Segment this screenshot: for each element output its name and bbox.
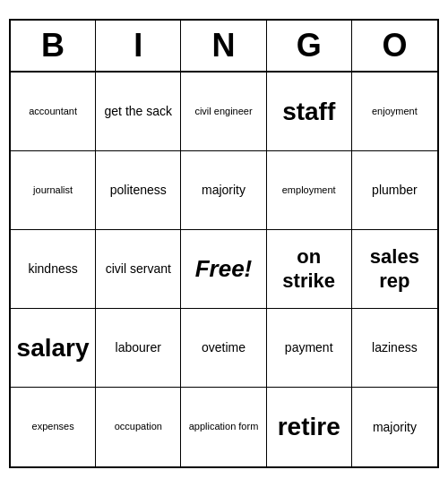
cell-text-18: payment <box>285 340 333 355</box>
bingo-header: BINGO <box>11 21 437 73</box>
cell-text-21: occupation <box>115 421 162 432</box>
cell-text-20: expenses <box>32 421 74 432</box>
cell-text-11: civil servant <box>106 261 171 277</box>
bingo-cell-22: application form <box>181 388 266 466</box>
cell-text-13: on strike <box>271 245 348 293</box>
cell-text-6: politeness <box>110 183 167 198</box>
bingo-letter-n: N <box>181 21 266 71</box>
cell-text-17: ovetime <box>202 340 246 355</box>
bingo-cell-0: accountant <box>11 73 96 151</box>
bingo-cell-6: politeness <box>96 151 181 230</box>
cell-text-24: majority <box>373 420 417 435</box>
bingo-cell-15: salary <box>11 309 96 388</box>
bingo-card: BINGO accountantget the sackcivil engine… <box>9 19 439 468</box>
cell-text-5: journalist <box>33 184 73 196</box>
cell-text-22: application form <box>189 421 259 432</box>
bingo-cell-17: ovetime <box>181 309 266 388</box>
bingo-cell-10: kindness <box>11 230 96 309</box>
bingo-cell-14: sales rep <box>352 230 437 309</box>
cell-text-0: accountant <box>29 106 77 117</box>
bingo-cell-8: employment <box>267 151 352 230</box>
cell-text-8: employment <box>282 184 336 196</box>
bingo-cell-7: majority <box>181 151 266 230</box>
bingo-letter-i: I <box>96 21 181 71</box>
bingo-cell-4: enjoyment <box>352 73 437 151</box>
bingo-cell-1: get the sack <box>96 73 181 151</box>
cell-text-23: retire <box>278 412 340 442</box>
bingo-cell-11: civil servant <box>96 230 181 309</box>
cell-text-7: majority <box>202 183 246 198</box>
cell-text-14: sales rep <box>356 245 434 293</box>
bingo-cell-23: retire <box>267 388 352 466</box>
cell-text-2: civil engineer <box>194 106 252 117</box>
cell-text-16: labourer <box>116 340 161 355</box>
cell-text-10: kindness <box>28 261 77 277</box>
bingo-cell-20: expenses <box>11 388 96 466</box>
cell-text-15: salary <box>17 333 90 363</box>
bingo-cell-19: laziness <box>352 309 437 388</box>
cell-text-12: Free! <box>195 255 253 283</box>
bingo-letter-g: G <box>267 21 352 71</box>
bingo-cell-2: civil engineer <box>181 73 266 151</box>
cell-text-4: enjoyment <box>372 106 418 117</box>
bingo-grid: accountantget the sackcivil engineerstaf… <box>11 73 437 466</box>
bingo-letter-o: O <box>352 21 437 71</box>
bingo-cell-12: Free! <box>181 230 266 309</box>
bingo-cell-21: occupation <box>96 388 181 466</box>
bingo-cell-18: payment <box>267 309 352 388</box>
cell-text-19: laziness <box>372 340 418 355</box>
bingo-cell-24: majority <box>352 388 437 466</box>
bingo-cell-5: journalist <box>11 151 96 230</box>
bingo-cell-3: staff <box>267 73 352 151</box>
cell-text-9: plumber <box>372 183 418 198</box>
bingo-letter-b: B <box>11 21 96 71</box>
bingo-cell-13: on strike <box>267 230 352 309</box>
cell-text-3: staff <box>282 97 335 127</box>
bingo-cell-9: plumber <box>352 151 437 230</box>
bingo-cell-16: labourer <box>96 309 181 388</box>
cell-text-1: get the sack <box>105 104 173 119</box>
